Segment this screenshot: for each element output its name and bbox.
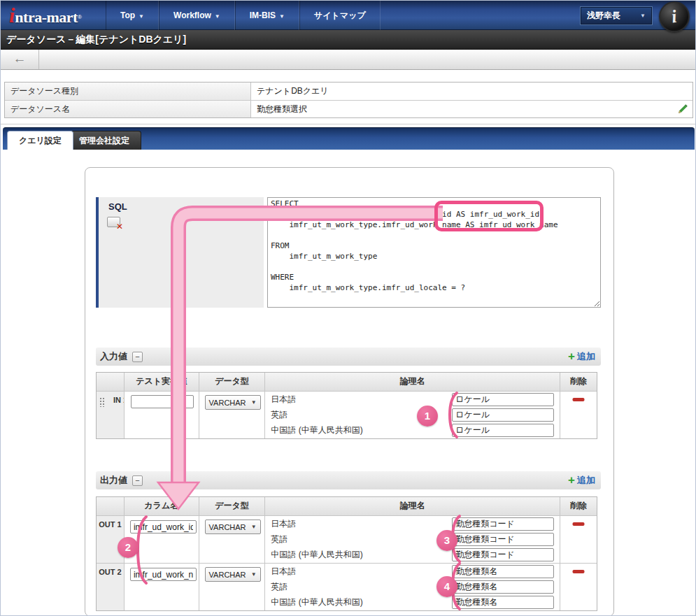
row-label: IN 1 — [113, 396, 125, 404]
user-menu-button[interactable]: 浅野幸長 ▼ — [581, 7, 652, 24]
column-header-data-type: データ型 — [199, 373, 265, 390]
logical-name-input-zh[interactable] — [452, 596, 554, 609]
tab-bar: クエリ設定 管理会社設定 — [3, 127, 695, 150]
locale-label-en: 英語 — [271, 409, 287, 421]
logical-name-input-zh[interactable] — [452, 548, 554, 561]
intra-mart-round-icon[interactable]: i — [659, 1, 690, 32]
red-x-icon: ✕ — [116, 222, 123, 231]
clear-sql-icon[interactable]: ✕ — [107, 217, 120, 227]
logical-name-input-en[interactable] — [452, 533, 554, 546]
plus-icon: + — [568, 475, 575, 486]
table-header-row: テスト実行値 データ型 論理名 削除 — [97, 373, 597, 391]
output-values-header: 出力値 − + 追加 — [96, 471, 601, 489]
data-type-select[interactable]: VARCHAR ▼ — [205, 395, 261, 410]
toolbar: ← — [1, 50, 696, 70]
column-name-input[interactable] — [130, 568, 197, 581]
test-value-input[interactable] — [131, 395, 194, 408]
column-header-test-value: テスト実行値 — [125, 373, 199, 390]
divider — [1, 124, 696, 125]
input-values-title: 入力値 — [100, 350, 127, 363]
menu-item-workflow[interactable]: Workflow▼ — [159, 1, 235, 30]
page-title: データソース－編集[テナントDBクエリ] — [1, 30, 696, 49]
datasource-type-label: データソース種別 — [5, 83, 251, 100]
table-row: OUT 1 VARCHAR ▼ 日本語 — [97, 515, 597, 563]
menu-item-im-bis[interactable]: IM-BIS▼ — [235, 1, 299, 30]
sql-textarea[interactable]: SELECT imfr_ut_m_work_type.imfr_ud_work_… — [267, 197, 601, 308]
edit-pencil-icon[interactable] — [677, 103, 688, 115]
delete-row-icon[interactable] — [573, 570, 585, 573]
back-button[interactable]: ← — [1, 50, 39, 69]
column-name-input[interactable] — [130, 520, 197, 533]
datasource-name-label: データソース名 — [5, 101, 251, 117]
column-header-delete: 削除 — [560, 497, 597, 515]
menu-item-top[interactable]: Top▼ — [106, 1, 159, 30]
delete-row-icon[interactable] — [573, 398, 585, 401]
top-navigation-bar: intra-mart® Top▼ Workflow▼ IM-BIS▼ サイトマッ… — [1, 1, 696, 30]
column-header-data-type: データ型 — [199, 497, 265, 515]
intra-mart-logo: intra-mart® — [9, 3, 82, 29]
registered-mark: ® — [78, 14, 82, 20]
input-values-header: 入力値 − + 追加 — [96, 348, 601, 366]
column-header-column-name: カラム名 — [125, 497, 199, 515]
sql-label-cell: SQL ✕ — [96, 197, 264, 308]
query-settings-panel: SQL ✕ SELECT imfr_ut_m_work_type.imfr_ud… — [85, 167, 614, 616]
logo-wordmark: ntra-mart — [15, 8, 78, 26]
main-menu: Top▼ Workflow▼ IM-BIS▼ サイトマップ — [106, 1, 381, 30]
chevron-down-icon: ▼ — [640, 13, 646, 19]
chevron-down-icon: ▼ — [279, 13, 285, 20]
select-arrow-icon: ▼ — [251, 399, 257, 406]
row-label: OUT 2 — [99, 568, 121, 576]
logical-name-input-en[interactable] — [452, 580, 554, 594]
locale-label-en: 英語 — [271, 533, 287, 545]
row-label: OUT 1 — [99, 520, 121, 529]
add-output-button[interactable]: + 追加 — [568, 471, 595, 489]
chevron-down-icon: ▼ — [215, 13, 220, 20]
collapse-button[interactable]: − — [132, 475, 143, 486]
plus-icon: + — [568, 351, 575, 362]
brand-i-glyph: i — [670, 3, 679, 31]
tab-admin-company-settings[interactable]: 管理会社設定 — [67, 131, 141, 150]
data-type-select[interactable]: VARCHAR ▼ — [205, 520, 261, 534]
menu-item-sitemap[interactable]: サイトマップ — [299, 1, 381, 30]
locale-label-en: 英語 — [271, 581, 287, 593]
locale-label-zh: 中国語 (中華人民共和国) — [271, 549, 362, 561]
add-input-button[interactable]: + 追加 — [568, 348, 595, 366]
select-arrow-icon: ▼ — [251, 571, 257, 578]
input-values-table: テスト実行値 データ型 論理名 削除 IN 1 VARCHAR ▼ — [96, 372, 597, 439]
datasource-type-value: テナントDBクエリ — [251, 83, 693, 100]
output-values-table: カラム名 データ型 論理名 削除 OUT 1 VARCHAR ▼ — [96, 496, 597, 611]
logical-name-input-ja[interactable] — [452, 565, 554, 578]
logical-name-input-en[interactable] — [452, 408, 554, 422]
delete-row-icon[interactable] — [573, 522, 585, 526]
sql-label: SQL — [108, 201, 127, 212]
table-row: データソース名 勤怠種類選択 — [5, 100, 693, 117]
locale-label-ja: 日本語 — [271, 518, 296, 530]
chevron-down-icon: ▼ — [139, 13, 144, 20]
table-row: データソース種別 テナントDBクエリ — [5, 83, 693, 100]
datasource-edit-page: intra-mart® Top▼ Workflow▼ IM-BIS▼ サイトマッ… — [0, 0, 696, 616]
output-values-title: 出力値 — [100, 474, 127, 487]
column-header-logical-name: 論理名 — [265, 497, 560, 515]
table-row: OUT 2 VARCHAR ▼ 日本語 — [97, 563, 597, 610]
table-header-row: カラム名 データ型 論理名 削除 — [97, 497, 597, 515]
page-title-bar: データソース－編集[テナントDBクエリ] — [1, 30, 696, 50]
datasource-name-value: 勤怠種類選択 — [251, 101, 693, 117]
user-name: 浅野幸長 — [587, 10, 620, 22]
column-header-logical-name: 論理名 — [265, 373, 560, 390]
tab-query-settings[interactable]: クエリ設定 — [7, 131, 73, 150]
logical-name-input-ja[interactable] — [452, 393, 554, 406]
data-type-select[interactable]: VARCHAR ▼ — [205, 567, 261, 582]
locale-label-zh: 中国語 (中華人民共和国) — [271, 596, 362, 608]
select-arrow-icon: ▼ — [251, 524, 257, 530]
drag-handle-icon[interactable] — [99, 397, 104, 407]
back-arrow-icon: ← — [13, 51, 27, 66]
logical-name-input-ja[interactable] — [452, 517, 554, 531]
table-row: IN 1 VARCHAR ▼ 日本語 — [97, 391, 597, 438]
datasource-info-table: データソース種別 テナントDBクエリ データソース名 勤怠種類選択 — [4, 82, 693, 118]
column-header-delete: 削除 — [560, 373, 597, 390]
collapse-button[interactable]: − — [132, 352, 143, 362]
logical-name-input-zh[interactable] — [452, 424, 554, 437]
locale-label-zh: 中国語 (中華人民共和国) — [271, 424, 362, 436]
locale-label-ja: 日本語 — [271, 566, 296, 578]
locale-label-ja: 日本語 — [271, 394, 296, 406]
